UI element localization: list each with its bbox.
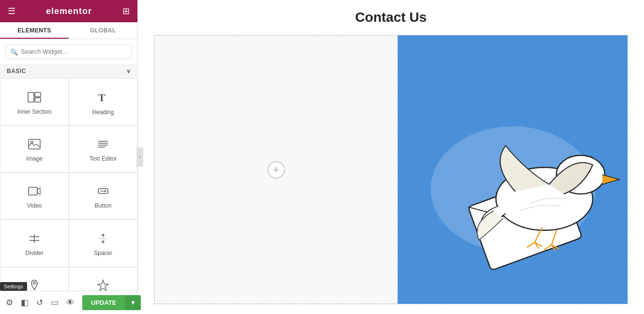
spacer-icon bbox=[97, 233, 109, 246]
widget-heading-label: Heading bbox=[92, 109, 114, 116]
update-arrow-button[interactable]: ▼ bbox=[125, 295, 141, 310]
widget-divider-label: Divider bbox=[25, 250, 43, 256]
widget-inner-section[interactable]: Inner Section bbox=[0, 78, 69, 125]
inner-section-icon bbox=[28, 92, 41, 105]
left-column[interactable]: + bbox=[154, 35, 398, 304]
divider-icon bbox=[28, 233, 41, 246]
svg-rect-2 bbox=[35, 98, 41, 102]
grid-icon[interactable]: ⊞ bbox=[122, 6, 130, 16]
heading-icon: T bbox=[97, 91, 109, 105]
sidebar-tabs: ELEMENTS GLOBAL bbox=[0, 22, 137, 39]
svg-rect-4 bbox=[29, 139, 40, 149]
search-icon: 🔍 bbox=[10, 48, 18, 55]
widget-text-editor-label: Text Editor bbox=[90, 155, 117, 162]
chevron-down-icon: ∨ bbox=[126, 68, 131, 75]
svg-text:T: T bbox=[98, 91, 105, 103]
add-element-button[interactable]: + bbox=[268, 161, 285, 179]
update-button-group: UPDATE ▼ bbox=[82, 295, 141, 310]
widget-video[interactable]: Video bbox=[0, 173, 69, 220]
right-column bbox=[398, 35, 628, 304]
category-label: BASIC bbox=[7, 68, 26, 75]
canvas-area: + bbox=[138, 30, 644, 314]
brand-logo: elementor bbox=[46, 6, 92, 16]
tab-elements[interactable]: ELEMENTS bbox=[0, 22, 69, 39]
widget-text-editor[interactable]: Text Editor bbox=[69, 125, 137, 172]
svg-point-20 bbox=[33, 282, 36, 284]
widget-spacer[interactable]: Spacer bbox=[69, 220, 137, 267]
widget-video-label: Video bbox=[27, 202, 42, 209]
settings-icon[interactable]: ⚙ bbox=[6, 298, 13, 308]
search-input[interactable] bbox=[6, 44, 132, 59]
widget-inner-section-label: Inner Section bbox=[17, 108, 52, 115]
settings-tooltip: Settings bbox=[0, 282, 27, 291]
bottom-bar: Settings ⚙ ◧ ↺ ▭ 👁 UPDATE ▼ bbox=[0, 291, 138, 314]
widget-image-label: Image bbox=[26, 155, 42, 162]
illustration bbox=[404, 54, 622, 286]
update-button[interactable]: UPDATE bbox=[82, 295, 125, 310]
sidebar-header: ☰ elementor ⊞ bbox=[0, 0, 137, 22]
category-basic[interactable]: BASIC ∨ bbox=[0, 64, 137, 78]
button-icon bbox=[97, 186, 109, 198]
page-title: Contact Us bbox=[157, 10, 625, 25]
preview-icon[interactable]: 👁 bbox=[66, 298, 75, 308]
widget-grid: Inner Section T Heading Image bbox=[0, 78, 137, 314]
sidebar-collapse-handle[interactable]: ‹ bbox=[136, 148, 143, 167]
svg-rect-10 bbox=[29, 187, 37, 195]
hamburger-icon[interactable]: ☰ bbox=[8, 6, 15, 16]
widget-divider[interactable]: Divider bbox=[0, 220, 69, 267]
widget-heading[interactable]: T Heading bbox=[69, 78, 137, 125]
text-editor-icon bbox=[97, 139, 109, 151]
search-area: 🔍 bbox=[0, 39, 137, 64]
video-icon bbox=[28, 186, 41, 198]
widget-button-label: Button bbox=[95, 202, 112, 209]
svg-rect-0 bbox=[28, 92, 34, 102]
responsive-icon[interactable]: ▭ bbox=[51, 298, 59, 308]
image-icon bbox=[28, 139, 41, 151]
history-icon[interactable]: ↺ bbox=[36, 298, 43, 308]
main-canvas: Contact Us + bbox=[138, 0, 644, 314]
layers-icon[interactable]: ◧ bbox=[21, 298, 29, 308]
widget-image[interactable]: Image bbox=[0, 125, 69, 172]
widget-button[interactable]: Button bbox=[69, 173, 137, 220]
section-row: + bbox=[154, 35, 628, 304]
tab-global[interactable]: GLOBAL bbox=[69, 22, 137, 39]
svg-rect-1 bbox=[35, 92, 41, 97]
sidebar: ☰ elementor ⊞ ELEMENTS GLOBAL 🔍 BASIC ∨ bbox=[0, 0, 138, 314]
widget-spacer-label: Spacer bbox=[94, 250, 112, 256]
page-title-area: Contact Us bbox=[138, 0, 644, 30]
